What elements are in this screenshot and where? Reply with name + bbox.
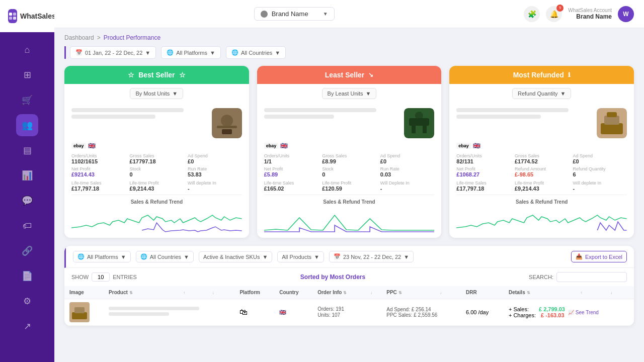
mr-stat-net: Net Profit £1068.27 xyxy=(456,166,511,177)
mr-orders-label: Orders/Units xyxy=(456,153,511,158)
mr-life-profit-label: Life-time Profit xyxy=(515,180,569,186)
col-sort1[interactable]: ↑ xyxy=(177,286,206,299)
col-details-up[interactable]: ↑ xyxy=(574,286,604,299)
stat-net-profit: Net Profit £9214.43 xyxy=(71,166,126,177)
bottom-products-btn[interactable]: All Products ▼ xyxy=(277,251,324,262)
row-sales-detail: + Sales: £ 2,799.03 + Charges: £ -163.03 xyxy=(509,306,629,318)
table-sort-title: Sorted by Most Orders xyxy=(300,274,365,281)
sidebar-item-doc[interactable]: 📄 xyxy=(16,265,38,287)
sidebar-item-share[interactable]: ↗ xyxy=(16,315,38,337)
see-trend-label: See Trend xyxy=(576,310,599,315)
ls-stat-ad: Ad Spend £0 xyxy=(380,153,435,164)
svg-rect-16 xyxy=(607,112,617,117)
row-drr-value: 6.00 /day xyxy=(466,309,489,315)
most-refunded-product-text xyxy=(456,108,597,121)
ls-ad-value: £0 xyxy=(380,158,435,164)
best-seller-filter-dropdown[interactable]: By Most Units ▼ xyxy=(130,88,183,99)
sidebar-item-cart[interactable]: 🛒 xyxy=(16,89,38,111)
date-filter-btn[interactable]: 📅 01 Jan, 22 - 22 Dec, 22 ▼ xyxy=(70,46,156,59)
svg-point-12 xyxy=(415,112,423,120)
products-table: Image Product⇅ ↑ ↓ Platform Country Orde… xyxy=(64,286,634,326)
stat-ad-spend: Ad Spend £0 xyxy=(188,153,242,164)
sidebar-item-grid[interactable]: ⊞ xyxy=(16,64,38,86)
ls-stock-label: Stock xyxy=(322,166,376,171)
search-label: SEARCH: xyxy=(529,274,553,280)
mr-life-sales-value: £17,797.18 xyxy=(456,186,511,192)
best-seller-title: Best Seller xyxy=(138,71,175,79)
least-seller-trend: Sales & Refund Trend xyxy=(264,195,435,233)
table-header-row: Image Product⇅ ↑ ↓ Platform Country Orde… xyxy=(64,286,634,299)
least-seller-sub-header: By Least Units ▼ xyxy=(257,84,442,103)
sidebar-item-layers[interactable]: ▤ xyxy=(16,139,38,161)
row-ppc-info: Ad Spend: £ 256.14 PPC Sales: £ 2,559.56 xyxy=(386,307,456,318)
row-product-name xyxy=(109,307,229,316)
star-icon-2: ☆ xyxy=(179,71,186,79)
best-seller-stats: Orders/Units 1102/1615 Gross Sales £1779… xyxy=(71,153,242,177)
col-order-sort[interactable]: ↓ xyxy=(364,286,381,299)
countries-filter-btn[interactable]: 🌐 All Countries ▼ xyxy=(226,46,286,59)
sidebar-item-link[interactable]: 🔗 xyxy=(16,240,38,262)
col-order-info[interactable]: Order Info⇅ xyxy=(312,286,364,299)
ls-gross-label: Gross Sales xyxy=(322,153,376,158)
sidebar-item-settings[interactable]: ⚙ xyxy=(16,290,38,312)
stat-life-sales-value: £17,797.18 xyxy=(71,186,126,192)
platforms-filter-btn[interactable]: 🌐 All Platforms ▼ xyxy=(161,46,221,59)
col-product[interactable]: Product⇅ xyxy=(104,286,177,299)
bottom-platforms-arrow: ▼ xyxy=(121,254,126,260)
export-btn[interactable]: 📥 Export to Excel xyxy=(571,251,627,262)
bottom-date-btn[interactable]: 📅 23 Nov, 22 - 22 Dec, 22 ▼ xyxy=(329,251,414,262)
puzzle-icon-btn[interactable]: 🧩 xyxy=(524,6,540,22)
most-refunded-filter-dropdown[interactable]: Refund Quantity ▼ xyxy=(512,88,571,99)
col-drr: DRR xyxy=(461,286,504,299)
charges-value: £ -163.03 xyxy=(541,312,564,318)
stat-orders-label: Orders/Units xyxy=(71,153,126,158)
notification-btn[interactable]: 🔔 5 xyxy=(546,6,562,22)
table-row: 🛍 🇬🇧 Orders: 191 Units: 107 xyxy=(64,299,634,326)
bottom-skus-btn[interactable]: Active & Inactive SKUs ▼ xyxy=(199,251,272,262)
stat-ad-value: £0 xyxy=(188,158,242,164)
row-ad-spend: Ad Spend: £ 256.14 xyxy=(386,307,456,312)
col-sort2[interactable]: ↓ xyxy=(206,286,235,299)
ls-life-sales: Life-time Sales £165.02 xyxy=(264,180,318,192)
col-details-down[interactable]: ↓ xyxy=(604,286,634,299)
stat-gross-value: £17797.18 xyxy=(130,158,184,164)
row-product-thumb xyxy=(69,302,90,322)
sidebar-item-tag[interactable]: 🏷 xyxy=(16,215,38,237)
most-refunded-chart xyxy=(456,208,627,233)
least-seller-stats: Orders/Units 1/1 Gross Sales £8.99 Ad Sp… xyxy=(264,153,435,177)
mr-stat-refund-qty: Refund Quantity 6 xyxy=(573,166,627,177)
user-name: Brand Name xyxy=(568,13,612,20)
best-seller-chart xyxy=(71,208,242,233)
most-refunded-trend-title: Sales & Refund Trend xyxy=(456,199,627,205)
stat-life-profit-value: £9,214.43 xyxy=(130,186,184,192)
col-details[interactable]: Details⇅ xyxy=(504,286,574,299)
row-product-cell xyxy=(104,299,234,326)
least-seller-filter-dropdown[interactable]: By Least Units ▼ xyxy=(322,88,377,99)
most-refunded-stats: Orders/Units 82/131 Gross Sales £1774.52… xyxy=(456,153,627,177)
ls-deplete: Will Deplete In - xyxy=(380,180,435,192)
search-input[interactable] xyxy=(556,272,627,282)
trend-down-icon: ↘ xyxy=(368,71,373,78)
most-refunded-title: Most Refunded xyxy=(513,71,564,79)
best-seller-product-row xyxy=(71,108,242,138)
user-avatar[interactable]: W xyxy=(618,6,634,22)
sidebar-item-home[interactable]: ⌂ xyxy=(16,39,38,61)
brand-icon xyxy=(261,11,268,18)
sidebar-item-chat[interactable]: 💬 xyxy=(16,190,38,212)
sidebar-item-users[interactable]: 👥 xyxy=(16,114,38,136)
col-image: Image xyxy=(64,286,104,299)
col-ppc[interactable]: PPC⇅ xyxy=(381,286,433,299)
col-ppc-sort[interactable]: ↓ xyxy=(433,286,461,299)
see-trend-btn[interactable]: 📈 See Trend xyxy=(568,310,599,315)
row-details-cell: + Sales: £ 2,799.03 + Charges: £ -163.03 xyxy=(504,299,634,326)
mr-deplete-label: Will deplete In xyxy=(573,180,627,186)
mr-net-value: £1068.27 xyxy=(456,171,511,177)
bottom-countries-btn[interactable]: 🌐 All Countries ▼ xyxy=(136,251,194,262)
product-name-bar-2 xyxy=(71,115,155,119)
bottom-platforms-btn[interactable]: 🌐 All Platforms ▼ xyxy=(73,251,131,262)
breadcrumb-root[interactable]: Dashboard xyxy=(64,34,94,41)
logo-text: WhatSales xyxy=(20,12,56,20)
entries-input[interactable]: 10 xyxy=(92,273,110,282)
sidebar-item-chart[interactable]: 📊 xyxy=(16,164,38,187)
brand-selector[interactable]: Brand Name ▼ xyxy=(254,7,335,21)
